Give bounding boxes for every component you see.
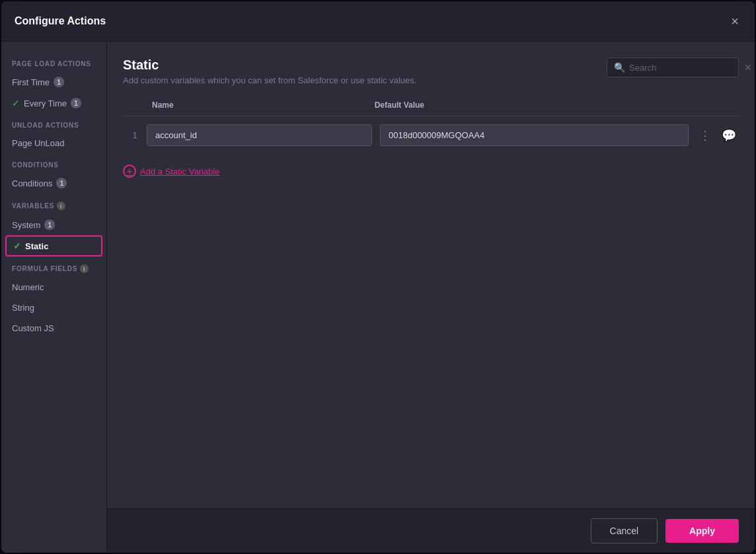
col-default-header: Default Value bbox=[375, 99, 686, 110]
sidebar-item-custom-js[interactable]: Custom JS bbox=[1, 318, 106, 338]
page-unload-label: Page UnLoad bbox=[12, 138, 65, 148]
system-label: System bbox=[12, 220, 40, 230]
search-clear-icon[interactable]: ✕ bbox=[744, 62, 752, 73]
every-time-check-icon: ✓ bbox=[12, 98, 20, 108]
sidebar-item-string[interactable]: String bbox=[1, 297, 106, 318]
add-static-variable-button[interactable]: + Add a Static Variable bbox=[123, 165, 219, 178]
add-variable-label: Add a Static Variable bbox=[140, 167, 219, 177]
content-header: Static Add custom variables which you ca… bbox=[123, 58, 739, 85]
search-box[interactable]: 🔍 ✕ bbox=[607, 58, 739, 77]
search-input[interactable] bbox=[629, 63, 740, 73]
static-check-icon: ✓ bbox=[13, 241, 21, 251]
modal-body: PAGE LOAD ACTIONS First Time 1 ✓ Every T… bbox=[1, 42, 755, 553]
first-time-label: First Time bbox=[12, 77, 50, 87]
every-time-label: Every Time bbox=[24, 99, 67, 108]
table-header: Name Default Value bbox=[123, 99, 739, 116]
numeric-label: Numeric bbox=[12, 282, 44, 292]
every-time-badge: 1 bbox=[71, 98, 81, 108]
table-row: 1 ⋮ 💬 bbox=[123, 119, 739, 151]
unload-actions-label: UNLOAD ACTIONS bbox=[1, 114, 106, 133]
col-name-header: Name bbox=[147, 99, 375, 110]
name-col-label: Name bbox=[152, 100, 174, 110]
formula-info-icon: i bbox=[80, 264, 89, 273]
conditions-label: Conditions bbox=[12, 178, 52, 188]
variables-section-label: VARIABLES i bbox=[1, 194, 106, 214]
content-subtitle: Add custom variables which you can set f… bbox=[123, 75, 416, 85]
cancel-button[interactable]: Cancel bbox=[591, 518, 658, 543]
main-content: Static Add custom variables which you ca… bbox=[107, 42, 755, 553]
content-area: Static Add custom variables which you ca… bbox=[107, 42, 755, 508]
system-badge: 1 bbox=[44, 219, 55, 230]
name-input[interactable] bbox=[147, 124, 372, 146]
close-button[interactable]: × bbox=[728, 12, 741, 30]
sidebar-item-static[interactable]: ✓ Static bbox=[5, 235, 102, 257]
conditions-badge: 1 bbox=[56, 178, 67, 188]
comment-button[interactable]: 💬 bbox=[719, 126, 739, 145]
add-icon: + bbox=[123, 165, 136, 178]
row-actions: ⋮ 💬 bbox=[697, 126, 739, 145]
sidebar-item-every-time[interactable]: ✓ Every Time 1 bbox=[1, 93, 106, 114]
modal: Configure Actions × PAGE LOAD ACTIONS Fi… bbox=[1, 1, 755, 553]
row-number: 1 bbox=[123, 130, 147, 140]
sidebar-item-first-time[interactable]: First Time 1 bbox=[1, 71, 106, 93]
sidebar: PAGE LOAD ACTIONS First Time 1 ✓ Every T… bbox=[1, 42, 107, 553]
page-load-actions-label: PAGE LOAD ACTIONS bbox=[1, 52, 106, 71]
add-variable-row: + Add a Static Variable bbox=[123, 151, 739, 188]
content-title-block: Static Add custom variables which you ca… bbox=[123, 58, 416, 85]
conditions-section-label: CONDITIONS bbox=[1, 153, 106, 173]
first-time-badge: 1 bbox=[54, 77, 64, 87]
search-icon: 🔍 bbox=[614, 62, 625, 73]
custom-js-label: Custom JS bbox=[12, 323, 54, 333]
modal-title: Configure Actions bbox=[15, 15, 106, 27]
content-title: Static bbox=[123, 58, 416, 73]
sidebar-item-system[interactable]: System 1 bbox=[1, 214, 106, 235]
variables-info-icon: i bbox=[57, 202, 65, 210]
formula-fields-label: FORMULA FIELDS i bbox=[1, 257, 106, 277]
sidebar-item-page-unload[interactable]: Page UnLoad bbox=[1, 133, 106, 153]
more-options-button[interactable]: ⋮ bbox=[697, 126, 714, 145]
sidebar-item-numeric[interactable]: Numeric bbox=[1, 277, 106, 297]
sidebar-item-conditions[interactable]: Conditions 1 bbox=[1, 173, 106, 194]
string-label: String bbox=[12, 303, 34, 313]
modal-overlay: Configure Actions × PAGE LOAD ACTIONS Fi… bbox=[0, 0, 756, 554]
modal-footer: Cancel Apply bbox=[107, 508, 755, 553]
static-label: Static bbox=[25, 241, 48, 251]
apply-button[interactable]: Apply bbox=[665, 519, 739, 543]
modal-header: Configure Actions × bbox=[1, 1, 755, 42]
default-value-col-label: Default Value bbox=[375, 100, 424, 110]
default-value-input[interactable] bbox=[380, 124, 689, 146]
